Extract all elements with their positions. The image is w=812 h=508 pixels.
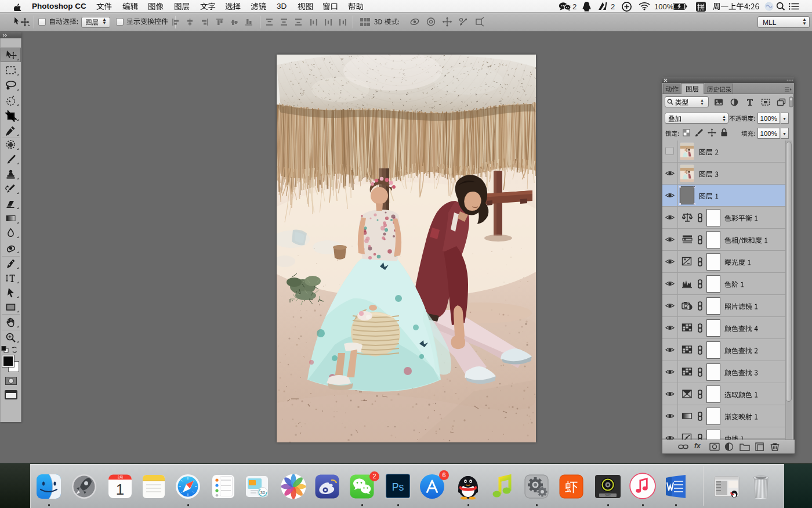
- svg-text:30: 30: [260, 490, 265, 495]
- svg-text:1: 1: [116, 481, 124, 498]
- svg-text:SMC: SMC: [605, 494, 611, 497]
- svg-text:Ps: Ps: [392, 481, 404, 493]
